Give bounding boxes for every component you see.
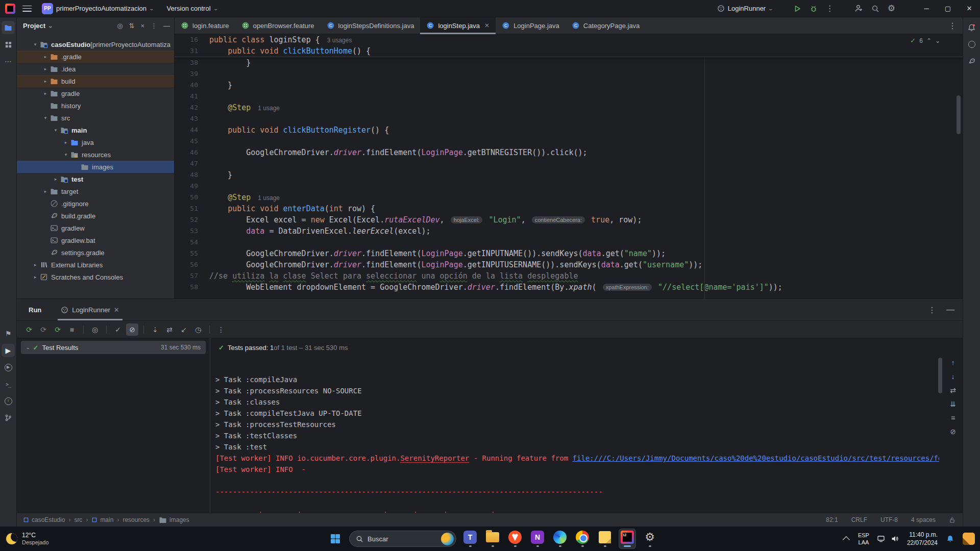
notifications-icon[interactable] [965, 21, 978, 34]
locate-icon[interactable]: ◎ [117, 22, 122, 30]
tab-loginpage-java[interactable]: C LoginPage.java [496, 17, 566, 34]
collapse-all-icon[interactable]: × [140, 22, 144, 30]
run-config-selector[interactable]: LoginRunner ⌄ [717, 5, 773, 12]
expand-all-icon[interactable]: ⇅ [129, 22, 135, 30]
tab-loginstepsdefinitions-java[interactable]: C loginStepsDefinitions.java [321, 17, 421, 34]
close-button[interactable]: ✕ [959, 0, 980, 17]
breadcrumb-src[interactable]: src [74, 516, 82, 523]
breadcrumb-resources[interactable]: resources [122, 516, 150, 523]
test-results-row[interactable]: ⌄ ✓ Test Results 31 sec 530 ms [21, 341, 206, 354]
indent-setting[interactable]: 4 spaces [911, 516, 936, 523]
tree-item-build[interactable]: ▸ build [17, 75, 174, 87]
vcs-widget[interactable]: Version control ⌄ [164, 3, 221, 14]
edge-icon[interactable] [551, 529, 569, 549]
terminal-icon[interactable]: >_ [2, 378, 15, 391]
tree-item-test[interactable]: ▸ test [17, 173, 174, 185]
intellij-icon[interactable]: IJ [619, 529, 636, 549]
tree-item-gitignore[interactable]: .gitignore [17, 197, 174, 210]
print-icon[interactable]: ≡ [951, 414, 955, 422]
more-tools-icon[interactable]: ⋯ [2, 55, 15, 68]
brave-icon[interactable] [506, 529, 524, 549]
minimize-button[interactable]: ─ [916, 0, 937, 17]
show-passed-icon[interactable]: ✓ [112, 323, 124, 336]
chrome-icon[interactable] [574, 529, 591, 549]
tree-item-gradle[interactable]: ▸ gradle [17, 87, 174, 99]
menu-icon[interactable] [22, 6, 32, 12]
add-user-icon[interactable] [854, 4, 863, 13]
services-icon[interactable]: ▶ [2, 361, 15, 374]
console-area[interactable]: ✓ Tests passed: 1 of 1 test – 31 sec 530… [210, 338, 963, 513]
ai-assistant-icon[interactable] [965, 38, 978, 51]
soft-wrap-icon[interactable]: ⇄ [950, 386, 956, 394]
console-scrollbar[interactable] [938, 358, 942, 393]
structure-icon[interactable] [2, 38, 15, 51]
toggle-auto-test-icon[interactable]: ⟳ [52, 323, 64, 336]
prev-problem-icon[interactable]: ⌃ [926, 37, 932, 44]
search-icon[interactable] [871, 5, 879, 13]
more-icon[interactable]: ⋮ [928, 305, 936, 315]
stop-icon[interactable]: ■ [66, 323, 78, 336]
start-icon[interactable] [327, 530, 344, 547]
rerun-failed-tests-icon[interactable]: ⟳ [37, 323, 50, 336]
settings-icon[interactable]: ⚙ [641, 529, 658, 549]
tab-openbrowser-feature[interactable]: openBrowser.feature [235, 17, 321, 34]
tree-item-gradlew[interactable]: gradlew [17, 222, 174, 234]
more-icon[interactable]: ⋮ [151, 22, 157, 30]
close-icon[interactable]: ✕ [114, 306, 119, 314]
version-control-icon[interactable] [2, 411, 15, 424]
tab-login-feature[interactable]: login.feature [175, 17, 235, 34]
tree-item-images[interactable]: images [17, 161, 174, 173]
coverage-icon[interactable]: ◎ [89, 323, 101, 336]
clear-all-icon[interactable]: ⊘ [950, 428, 956, 436]
tree-item-idea[interactable]: ▸ .idea [17, 63, 174, 75]
breadcrumb-images[interactable]: images [159, 516, 189, 524]
more-icon[interactable]: ⋮ [826, 4, 834, 13]
close-icon[interactable]: ✕ [484, 22, 489, 29]
tree-item-main[interactable]: ▾ main [17, 124, 174, 136]
sticky-notes-icon[interactable] [596, 529, 614, 549]
show-ignored-icon[interactable]: ⊘ [126, 323, 138, 336]
inspections-widget[interactable]: ✓ 6 ⌃ ⌄ [910, 37, 940, 44]
tray-app-icon[interactable] [963, 533, 975, 545]
tree-item-scratches-and-consoles[interactable]: ▸ Scratches and Consoles [17, 271, 174, 283]
problems-icon[interactable]: ! [2, 394, 15, 408]
maximize-button[interactable]: ▢ [937, 0, 959, 17]
tree-item-external-libraries[interactable]: ▸ External Libraries [17, 259, 174, 271]
tree-item-casoestudio[interactable]: ▾ casoEstudio [primerProyectoAutomatiza [17, 38, 174, 51]
project-panel-title[interactable]: Project [23, 22, 45, 30]
breadcrumb-casoestudio[interactable]: casoEstudio [23, 516, 65, 523]
tree-item-src[interactable]: ▾ src [17, 112, 174, 124]
run-tab-loginrunner[interactable]: LoginRunner ✕ [56, 299, 124, 320]
run-tool-icon[interactable]: ▶ [2, 344, 15, 357]
settings-icon[interactable]: ⚙ [888, 3, 895, 14]
tree-item-history[interactable]: history [17, 99, 174, 112]
hide-icon[interactable]: — [163, 22, 170, 30]
tree-item-gradlew-bat[interactable]: gradlew.bat [17, 234, 174, 246]
project-selector[interactable]: PP primerProyectoAutomatizacion ⌄ [39, 1, 157, 16]
explorer-icon[interactable] [484, 529, 501, 549]
tree-item-build-gradle[interactable]: build.gradle [17, 210, 174, 222]
notifications-bell-icon[interactable] [946, 535, 954, 543]
hide-panel-icon[interactable]: — [946, 305, 954, 315]
caret-position[interactable]: 82:1 [826, 516, 838, 523]
unlocked-icon[interactable] [949, 517, 955, 523]
scroll-to-end-icon[interactable]: ⇊ [950, 400, 956, 408]
language-switcher[interactable]: ESPLAA [858, 532, 869, 546]
gradle-icon[interactable] [965, 55, 978, 68]
test-history-icon[interactable]: ◷ [192, 323, 204, 336]
sort-by-duration-icon[interactable]: ⇣ [149, 323, 161, 336]
import-test-results-icon[interactable]: ⇄ [163, 323, 176, 336]
tab-categorypage-java[interactable]: C CategoryPage.java [566, 17, 646, 34]
tree-item-java[interactable]: ▸ java [17, 136, 174, 148]
scroll-up-icon[interactable]: ↑ [951, 359, 955, 367]
tree-item-settings-gradle[interactable]: settings.gradle [17, 246, 174, 259]
more-icon[interactable]: ⋮ [942, 21, 963, 31]
teams-icon[interactable]: T [461, 529, 479, 549]
debug-button[interactable] [810, 5, 818, 13]
system-tray-icons[interactable] [877, 535, 899, 543]
tray-chevron-icon[interactable] [843, 536, 850, 543]
editor[interactable]: 16public class loginStep {3 usages31 pub… [175, 34, 963, 298]
rerun-icon[interactable]: ⟳ [23, 323, 35, 336]
line-separator[interactable]: CRLF [851, 516, 867, 523]
tree-item-gradle[interactable]: ▸ .gradle [17, 51, 174, 63]
